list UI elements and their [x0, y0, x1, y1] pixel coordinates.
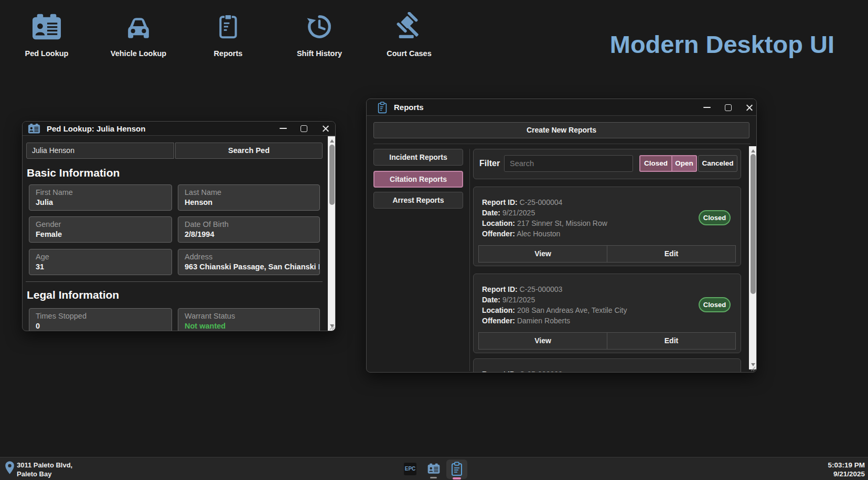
field-label: Date Of Birth: [185, 220, 319, 228]
location-label: Location:: [482, 219, 515, 227]
field-label: Times Stopped: [36, 312, 172, 320]
desktop: Ped Lookup Vehicle Lookup Reports Shift …: [0, 0, 868, 480]
gavel-icon: [394, 12, 424, 41]
field-times-stopped[interactable]: Times Stopped 0: [29, 308, 172, 331]
maximize-button[interactable]: [296, 123, 312, 134]
field-label: Last Name: [185, 188, 319, 197]
report-id-value: C-25-000004: [520, 198, 563, 206]
toolbar-item-shift-history[interactable]: Shift History: [275, 12, 364, 58]
filter-open-button[interactable]: Open: [672, 155, 697, 172]
basic-information-heading: Basic Information: [27, 167, 120, 179]
scrollbar-thumb[interactable]: [329, 145, 335, 205]
filter-canceled-button[interactable]: Canceled: [698, 155, 737, 172]
toolbar-item-court-cases[interactable]: Court Cases: [365, 12, 454, 58]
field-label: Warrant Status: [185, 312, 319, 320]
scroll-up-icon[interactable]: [330, 139, 334, 143]
ped-search-input[interactable]: Julia Henson: [26, 143, 174, 159]
field-value: 2/8/1994: [185, 230, 319, 238]
section-divider: [26, 281, 323, 282]
location-pin-icon: [5, 461, 15, 475]
field-address[interactable]: Address 963 Chianski Passage, San Chians…: [178, 249, 320, 275]
tab-arrest-reports[interactable]: Arrest Reports: [373, 192, 463, 209]
field-value: Julia: [36, 198, 172, 206]
clipboard-icon: [215, 12, 242, 41]
ped-window-titlebar[interactable]: Ped Lookup: Julia Henson: [23, 122, 335, 136]
view-button[interactable]: View: [478, 332, 607, 350]
toolbar-label: Shift History: [275, 49, 364, 58]
field-age[interactable]: Age 31: [29, 249, 172, 275]
field-last-name[interactable]: Last Name Henson: [178, 184, 320, 211]
field-value: Not wanted: [185, 322, 319, 330]
resize-grip[interactable]: [328, 324, 335, 330]
maximize-button[interactable]: [720, 102, 736, 113]
resize-grip[interactable]: [749, 365, 756, 372]
date-label: Date:: [482, 296, 500, 304]
field-warrant-status[interactable]: Warrant Status Not wanted: [178, 308, 320, 331]
filter-closed-button[interactable]: Closed: [639, 155, 672, 172]
taskbar-indicator-inactive: [430, 477, 437, 478]
taskbar: 3011 Paleto Blvd, Paleto Bay EPC 5:03:1: [0, 457, 868, 480]
divider: [469, 149, 470, 371]
report-id-value: C-25-000003: [520, 285, 563, 293]
toolbar-item-reports[interactable]: Reports: [184, 12, 273, 58]
scrollbar-thumb[interactable]: [751, 154, 756, 294]
filter-search-input[interactable]: Search: [504, 155, 633, 172]
app-title: Modern Desktop UI: [610, 30, 834, 59]
tab-citation-reports[interactable]: Citation Reports: [373, 171, 463, 188]
field-date-of-birth[interactable]: Date Of Birth 2/8/1994: [178, 216, 320, 243]
field-value: 31: [36, 263, 172, 271]
tab-incident-reports[interactable]: Incident Reports: [373, 149, 463, 166]
clock-time: 5:03:19 PM: [828, 461, 865, 470]
edit-button[interactable]: Edit: [607, 332, 736, 350]
location-value: 217 Sinner St, Mission Row: [517, 219, 607, 227]
scroll-up-icon[interactable]: [751, 149, 755, 152]
close-button[interactable]: [317, 123, 333, 134]
reports-window: Reports Create New Reports Incident Repo…: [366, 99, 757, 373]
address-line2: Paleto Bay: [17, 470, 72, 478]
taskbar-ped-lookup-icon[interactable]: [427, 463, 441, 474]
location-label: Location:: [482, 306, 515, 314]
taskbar-reports-icon[interactable]: [450, 462, 464, 476]
offender-value: Alec Houston: [517, 230, 560, 238]
id-card-icon: [27, 124, 41, 134]
search-ped-button[interactable]: Search Ped: [175, 143, 323, 159]
filter-label: Filter: [479, 159, 500, 168]
clock-date: 9/21/2025: [828, 470, 865, 478]
reports-scrollbar[interactable]: [749, 146, 757, 369]
filter-panel: Filter Search Closed Open Canceled: [473, 149, 741, 179]
field-value: Female: [36, 230, 172, 238]
location-value: 208 San Andreas Ave, Textile City: [517, 306, 627, 314]
ped-window-title: Ped Lookup: Julia Henson: [47, 124, 145, 133]
close-button[interactable]: [741, 102, 757, 113]
ped-scrollbar[interactable]: [328, 136, 336, 331]
minimize-button[interactable]: [275, 123, 291, 134]
report-id-label: Report ID:: [482, 198, 518, 206]
reports-window-titlebar[interactable]: Reports: [367, 99, 756, 116]
report-card: Report ID: C-25-000004 Date: 9/21/2025 L…: [473, 187, 741, 266]
address-line1: 3011 Paleto Blvd,: [17, 461, 72, 470]
offender-value: Damien Roberts: [517, 317, 570, 325]
field-gender[interactable]: Gender Female: [29, 216, 172, 243]
report-id-label: Report ID:: [482, 370, 518, 373]
edit-button[interactable]: Edit: [607, 245, 736, 263]
toolbar-label: Ped Lookup: [2, 49, 91, 58]
view-button[interactable]: View: [478, 245, 607, 263]
date-label: Date:: [482, 209, 500, 217]
toolbar-label: Reports: [184, 49, 273, 58]
field-label: Gender: [36, 220, 172, 228]
create-new-reports-button[interactable]: Create New Reports: [373, 122, 749, 138]
field-label: Address: [185, 253, 319, 261]
toolbar-item-vehicle-lookup[interactable]: Vehicle Lookup: [94, 12, 183, 58]
report-card: Report ID: C-25-000002: [473, 358, 741, 373]
report-id-label: Report ID:: [482, 285, 518, 293]
offender-label: Offender:: [482, 317, 515, 325]
ped-lookup-window: Ped Lookup: Julia Henson Julia Henson Se…: [22, 121, 336, 331]
offender-label: Offender:: [482, 230, 515, 238]
taskbar-epc-button[interactable]: EPC: [404, 463, 416, 475]
taskbar-clock: 5:03:19 PM 9/21/2025: [828, 461, 865, 478]
field-first-name[interactable]: First Name Julia: [29, 184, 172, 211]
minimize-button[interactable]: [699, 102, 715, 113]
toolbar-item-ped-lookup[interactable]: Ped Lookup: [2, 12, 91, 58]
report-id-value: C-25-000002: [520, 370, 563, 373]
field-value: 963 Chianski Passage, San Chianski Mou: [185, 263, 319, 271]
